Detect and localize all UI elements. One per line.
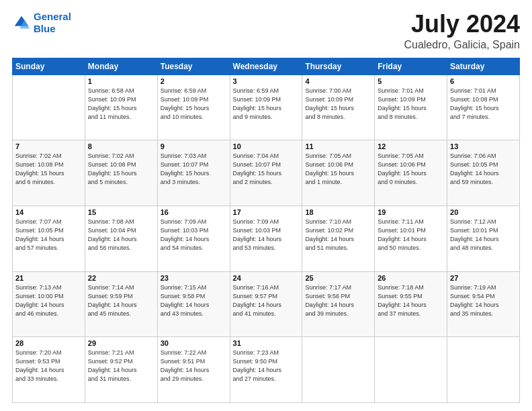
day-info: Sunrise: 7:08 AM Sunset: 10:04 PM Daylig… [88, 218, 154, 253]
day-number: 5 [378, 77, 444, 85]
day-number: 16 [161, 208, 227, 216]
day-info: Sunrise: 7:14 AM Sunset: 9:59 PM Dayligh… [88, 283, 154, 318]
table-row: 23Sunrise: 7:15 AM Sunset: 9:58 PM Dayli… [157, 271, 230, 337]
day-number: 7 [15, 142, 82, 150]
day-number: 21 [15, 274, 82, 282]
subtitle: Cualedro, Galicia, Spain [404, 39, 520, 51]
day-number: 6 [450, 77, 517, 85]
calendar-body: 1Sunrise: 6:58 AM Sunset: 10:09 PM Dayli… [13, 75, 520, 402]
col-thursday: Thursday [302, 58, 375, 75]
day-number: 24 [233, 274, 300, 282]
table-row: 10Sunrise: 7:04 AM Sunset: 10:07 PM Dayl… [230, 140, 302, 206]
day-info: Sunrise: 7:02 AM Sunset: 10:08 PM Daylig… [88, 152, 154, 187]
day-info: Sunrise: 7:17 AM Sunset: 9:56 PM Dayligh… [305, 283, 371, 318]
table-row: 29Sunrise: 7:21 AM Sunset: 9:52 PM Dayli… [85, 337, 157, 403]
calendar-week-row: 28Sunrise: 7:20 AM Sunset: 9:53 PM Dayli… [13, 337, 520, 403]
day-info: Sunrise: 7:21 AM Sunset: 9:52 PM Dayligh… [88, 349, 154, 383]
title-block: July 2024 Cualedro, Galicia, Spain [404, 11, 520, 51]
day-info: Sunrise: 7:07 AM Sunset: 10:05 PM Daylig… [15, 218, 82, 253]
calendar-week-row: 14Sunrise: 7:07 AM Sunset: 10:05 PM Dayl… [13, 205, 520, 271]
table-row [375, 337, 447, 403]
day-info: Sunrise: 7:05 AM Sunset: 10:06 PM Daylig… [378, 152, 444, 187]
day-info: Sunrise: 7:11 AM Sunset: 10:01 PM Daylig… [378, 218, 444, 253]
day-number: 20 [450, 208, 517, 216]
logo-text: General Blue [34, 11, 71, 35]
day-info: Sunrise: 7:01 AM Sunset: 10:09 PM Daylig… [378, 87, 444, 122]
calendar-week-row: 1Sunrise: 6:58 AM Sunset: 10:09 PM Dayli… [13, 75, 520, 140]
table-row: 20Sunrise: 7:12 AM Sunset: 10:01 PM Dayl… [447, 205, 520, 271]
day-info: Sunrise: 7:02 AM Sunset: 10:08 PM Daylig… [15, 152, 82, 187]
day-number: 8 [88, 142, 154, 150]
logo-line2: Blue [34, 23, 56, 34]
day-info: Sunrise: 7:06 AM Sunset: 10:05 PM Daylig… [450, 152, 517, 187]
table-row [13, 75, 85, 140]
table-row: 30Sunrise: 7:22 AM Sunset: 9:51 PM Dayli… [157, 337, 230, 403]
day-info: Sunrise: 7:09 AM Sunset: 10:03 PM Daylig… [233, 218, 300, 253]
col-sunday: Sunday [13, 58, 85, 75]
day-number: 11 [305, 142, 371, 150]
day-number: 28 [15, 339, 82, 347]
day-number: 4 [305, 77, 371, 85]
col-wednesday: Wednesday [230, 58, 302, 75]
table-row: 16Sunrise: 7:09 AM Sunset: 10:03 PM Dayl… [157, 205, 230, 271]
page: General Blue July 2024 Cualedro, Galicia… [0, 0, 532, 411]
day-number: 27 [450, 274, 517, 282]
calendar-week-row: 21Sunrise: 7:13 AM Sunset: 10:00 PM Dayl… [13, 271, 520, 337]
calendar-week-row: 7Sunrise: 7:02 AM Sunset: 10:08 PM Dayli… [13, 140, 520, 206]
day-number: 3 [233, 77, 300, 85]
day-info: Sunrise: 7:19 AM Sunset: 9:54 PM Dayligh… [450, 283, 517, 318]
col-tuesday: Tuesday [157, 58, 230, 75]
day-info: Sunrise: 7:01 AM Sunset: 10:08 PM Daylig… [450, 87, 517, 122]
day-info: Sunrise: 7:18 AM Sunset: 9:55 PM Dayligh… [378, 283, 444, 318]
table-row: 9Sunrise: 7:03 AM Sunset: 10:07 PM Dayli… [157, 140, 230, 206]
table-row [447, 337, 520, 403]
day-info: Sunrise: 7:23 AM Sunset: 9:50 PM Dayligh… [233, 349, 300, 383]
day-number: 25 [305, 274, 371, 282]
day-info: Sunrise: 6:58 AM Sunset: 10:09 PM Daylig… [88, 87, 154, 122]
day-info: Sunrise: 6:59 AM Sunset: 10:09 PM Daylig… [161, 87, 227, 122]
table-row: 26Sunrise: 7:18 AM Sunset: 9:55 PM Dayli… [375, 271, 447, 337]
day-info: Sunrise: 7:15 AM Sunset: 9:58 PM Dayligh… [161, 283, 227, 318]
table-row: 11Sunrise: 7:05 AM Sunset: 10:06 PM Dayl… [302, 140, 375, 206]
table-row: 8Sunrise: 7:02 AM Sunset: 10:08 PM Dayli… [85, 140, 157, 206]
col-saturday: Saturday [447, 58, 520, 75]
table-row: 3Sunrise: 6:59 AM Sunset: 10:09 PM Dayli… [230, 75, 302, 140]
calendar-table: Sunday Monday Tuesday Wednesday Thursday… [12, 58, 520, 403]
day-number: 18 [305, 208, 371, 216]
table-row: 5Sunrise: 7:01 AM Sunset: 10:09 PM Dayli… [375, 75, 447, 140]
day-info: Sunrise: 7:05 AM Sunset: 10:06 PM Daylig… [305, 152, 371, 187]
table-row: 4Sunrise: 7:00 AM Sunset: 10:09 PM Dayli… [302, 75, 375, 140]
table-row: 17Sunrise: 7:09 AM Sunset: 10:03 PM Dayl… [230, 205, 302, 271]
logo-icon [12, 13, 31, 32]
table-row: 13Sunrise: 7:06 AM Sunset: 10:05 PM Dayl… [447, 140, 520, 206]
day-number: 10 [233, 142, 300, 150]
table-row: 28Sunrise: 7:20 AM Sunset: 9:53 PM Dayli… [13, 337, 85, 403]
table-row: 2Sunrise: 6:59 AM Sunset: 10:09 PM Dayli… [157, 75, 230, 140]
table-row [302, 337, 375, 403]
day-info: Sunrise: 7:00 AM Sunset: 10:09 PM Daylig… [305, 87, 371, 122]
table-row: 21Sunrise: 7:13 AM Sunset: 10:00 PM Dayl… [13, 271, 85, 337]
logo: General Blue [12, 11, 71, 35]
day-number: 2 [161, 77, 227, 85]
col-friday: Friday [375, 58, 447, 75]
day-info: Sunrise: 7:20 AM Sunset: 9:53 PM Dayligh… [15, 349, 82, 383]
logo-line1: General [34, 11, 71, 22]
col-monday: Monday [85, 58, 157, 75]
day-number: 13 [450, 142, 517, 150]
table-row: 25Sunrise: 7:17 AM Sunset: 9:56 PM Dayli… [302, 271, 375, 337]
day-number: 12 [378, 142, 444, 150]
day-number: 9 [161, 142, 227, 150]
day-number: 17 [233, 208, 300, 216]
day-info: Sunrise: 7:16 AM Sunset: 9:57 PM Dayligh… [233, 283, 300, 318]
calendar-header-row: Sunday Monday Tuesday Wednesday Thursday… [13, 58, 520, 75]
day-info: Sunrise: 7:22 AM Sunset: 9:51 PM Dayligh… [161, 349, 227, 383]
day-number: 31 [233, 339, 300, 347]
day-number: 30 [161, 339, 227, 347]
table-row: 14Sunrise: 7:07 AM Sunset: 10:05 PM Dayl… [13, 205, 85, 271]
day-info: Sunrise: 7:04 AM Sunset: 10:07 PM Daylig… [233, 152, 300, 187]
table-row: 24Sunrise: 7:16 AM Sunset: 9:57 PM Dayli… [230, 271, 302, 337]
day-info: Sunrise: 7:10 AM Sunset: 10:02 PM Daylig… [305, 218, 371, 253]
day-info: Sunrise: 7:12 AM Sunset: 10:01 PM Daylig… [450, 218, 517, 253]
day-number: 23 [161, 274, 227, 282]
table-row: 19Sunrise: 7:11 AM Sunset: 10:01 PM Dayl… [375, 205, 447, 271]
